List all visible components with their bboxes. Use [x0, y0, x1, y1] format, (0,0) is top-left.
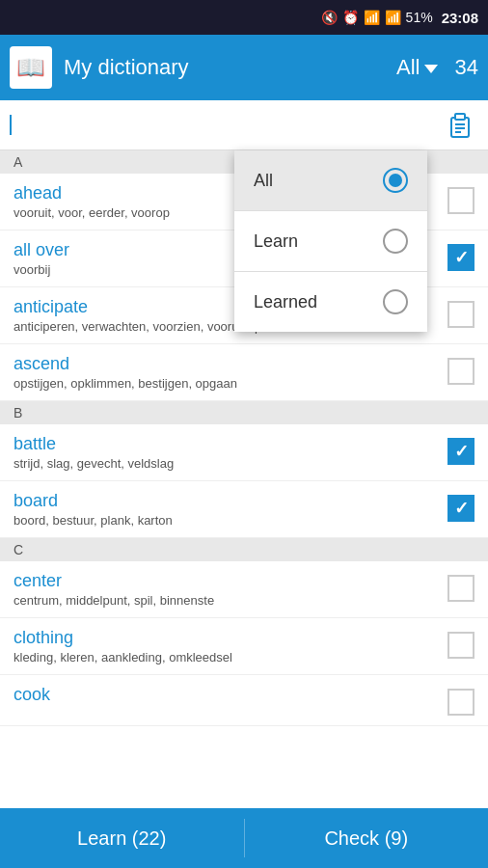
word-title: board [14, 491, 438, 511]
word-checkbox[interactable] [447, 301, 474, 328]
word-translation: boord, bestuur, plank, karton [14, 513, 438, 528]
word-content: ascendopstijgen, opklimmen, bestijgen, o… [14, 354, 438, 391]
word-checkbox[interactable] [447, 689, 474, 716]
checkmark-icon: ✓ [454, 443, 469, 460]
filter-option-all[interactable]: All [234, 150, 427, 211]
search-bar [0, 100, 488, 150]
word-title: clothing [14, 628, 438, 648]
word-checkbox[interactable]: ✓ [447, 438, 474, 465]
list-item[interactable]: battlestrijd, slag, gevecht, veldslag✓ [0, 424, 488, 481]
radio-learned [383, 289, 408, 314]
alarm-icon: ⏰ [342, 10, 359, 25]
filter-label: All [396, 55, 420, 80]
word-translation: kleding, kleren, aankleding, omkleedsel [14, 650, 438, 665]
app-logo: 📖 [10, 46, 52, 89]
list-item[interactable]: boardboord, bestuur, plank, karton✓ [0, 481, 488, 538]
filter-learned-label: Learned [254, 292, 317, 312]
section-header-b: B [0, 401, 488, 424]
status-icons: 🔇 ⏰ 📶 📶 51% 23:08 [321, 10, 478, 26]
check-button[interactable]: Check (9) [245, 808, 489, 868]
word-checkbox[interactable]: ✓ [447, 495, 474, 522]
wifi-icon: 📶 [364, 10, 380, 25]
word-title: cook [14, 685, 438, 705]
bottom-bar: Learn (22) Check (9) [0, 808, 488, 868]
filter-dropdown-button[interactable]: All [389, 55, 445, 80]
word-checkbox[interactable] [447, 575, 474, 602]
checkmark-icon: ✓ [454, 249, 469, 266]
app-logo-icon: 📖 [16, 54, 45, 81]
radio-all [383, 168, 408, 193]
app-bar: 📖 My dictionary All 34 [0, 35, 488, 100]
word-title: center [14, 571, 438, 591]
learn-button[interactable]: Learn (22) [0, 808, 244, 868]
word-translation: opstijgen, opklimmen, bestijgen, opgaan [14, 376, 438, 391]
filter-option-learned[interactable]: Learned [234, 272, 427, 332]
list-item[interactable]: cook [0, 675, 488, 726]
checkmark-icon: ✓ [454, 500, 469, 517]
word-checkbox[interactable] [447, 358, 474, 385]
filter-all-label: All [254, 171, 273, 191]
section-header-c: C [0, 538, 488, 561]
word-content: clothingkleding, kleren, aankleding, omk… [14, 628, 438, 665]
word-content: boardboord, bestuur, plank, karton [14, 491, 438, 528]
word-content: centercentrum, middelpunt, spil, binnens… [14, 571, 438, 608]
word-title: battle [14, 434, 438, 454]
signal-icon: 📶 [385, 10, 401, 25]
app-title: My dictionary [64, 55, 389, 80]
battery-label: 51% [406, 10, 433, 25]
word-translation: strijd, slag, gevecht, veldslag [14, 456, 438, 471]
search-input[interactable] [10, 115, 444, 135]
word-checkbox[interactable] [447, 632, 474, 659]
word-checkbox[interactable] [447, 187, 474, 214]
word-content: battlestrijd, slag, gevecht, veldslag [14, 434, 438, 471]
filter-option-learn[interactable]: Learn [234, 211, 427, 272]
mute-icon: 🔇 [321, 10, 338, 25]
word-translation: centrum, middelpunt, spil, binnenste [14, 593, 438, 608]
list-item[interactable]: centercentrum, middelpunt, spil, binnens… [0, 561, 488, 618]
word-content: cook [14, 685, 438, 705]
filter-dropdown: All Learn Learned [234, 150, 427, 332]
chevron-down-icon [424, 65, 438, 73]
svg-rect-1 [455, 114, 465, 120]
clipboard-icon[interactable] [444, 108, 478, 143]
status-bar: 🔇 ⏰ 📶 📶 51% 23:08 [0, 0, 488, 35]
list-item[interactable]: ascendopstijgen, opklimmen, bestijgen, o… [0, 344, 488, 401]
word-title: ascend [14, 354, 438, 374]
radio-learn [383, 229, 408, 254]
status-time: 23:08 [442, 10, 478, 26]
filter-learn-label: Learn [254, 231, 298, 252]
list-item[interactable]: clothingkleding, kleren, aankleding, omk… [0, 618, 488, 675]
word-count: 34 [455, 55, 478, 80]
word-checkbox[interactable]: ✓ [447, 244, 474, 271]
